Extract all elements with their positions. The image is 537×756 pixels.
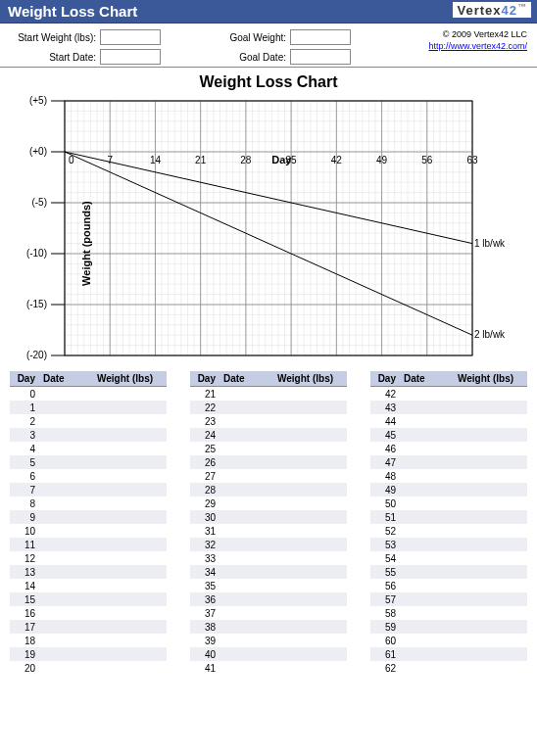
table-row[interactable]: 27	[190, 469, 347, 483]
goal-weight-input[interactable]	[290, 29, 351, 45]
table-row[interactable]: 11	[10, 538, 167, 551]
table-row[interactable]: 18	[10, 634, 167, 647]
table-row[interactable]: 16	[10, 606, 167, 620]
table-row[interactable]: 7	[10, 483, 167, 496]
table-row[interactable]: 52	[370, 524, 527, 538]
table-row[interactable]: 22	[190, 401, 347, 414]
table-row[interactable]: 57	[370, 592, 527, 606]
table-row[interactable]: 38	[190, 620, 347, 634]
cell-weight	[93, 433, 167, 437]
col-header-weight: Weight (lbs)	[454, 371, 527, 386]
table-row[interactable]: 10	[10, 524, 167, 538]
table-row[interactable]: 0	[10, 387, 167, 401]
cell-weight	[454, 433, 527, 437]
table-row[interactable]: 5	[10, 455, 167, 469]
table-row[interactable]: 34	[190, 565, 347, 579]
cell-weight	[273, 652, 347, 656]
table-row[interactable]: 21	[190, 387, 347, 401]
cell-day: 30	[190, 510, 220, 525]
table-row[interactable]: 36	[190, 592, 347, 606]
table-row[interactable]: 39	[190, 634, 347, 647]
table-row[interactable]: 54	[370, 551, 527, 565]
table-row[interactable]: 6	[10, 469, 167, 483]
cell-day: 0	[10, 387, 39, 402]
table-row[interactable]: 9	[10, 510, 167, 524]
cell-weight	[93, 515, 167, 519]
cell-weight	[273, 460, 347, 464]
goal-date-input[interactable]	[290, 49, 351, 65]
table-row[interactable]: 26	[190, 455, 347, 469]
cell-date	[400, 419, 454, 423]
table-row[interactable]: 33	[190, 551, 347, 565]
table-row[interactable]: 8	[10, 496, 167, 510]
table-row[interactable]: 2	[10, 414, 167, 428]
table-row[interactable]: 29	[190, 496, 347, 510]
table-row[interactable]: 35	[190, 579, 347, 592]
cell-day: 18	[10, 634, 39, 648]
cell-date	[400, 515, 454, 519]
table-row[interactable]: 49	[370, 483, 527, 496]
table-row[interactable]: 53	[370, 538, 527, 551]
table-row[interactable]: 61	[370, 647, 527, 661]
table-row[interactable]: 24	[190, 428, 347, 442]
table-row[interactable]: 43	[370, 401, 527, 414]
cell-date	[400, 570, 454, 574]
table-row[interactable]: 42	[370, 387, 527, 401]
cell-day: 48	[370, 469, 400, 484]
table-row[interactable]: 50	[370, 496, 527, 510]
cell-date	[220, 515, 273, 519]
cell-date	[400, 405, 454, 409]
cell-weight	[273, 597, 347, 601]
table-row[interactable]: 30	[190, 510, 347, 524]
table-row[interactable]: 45	[370, 428, 527, 442]
table-row[interactable]: 56	[370, 579, 527, 592]
table-row[interactable]: 48	[370, 469, 527, 483]
table-row[interactable]: 28	[190, 483, 347, 496]
cell-date	[400, 529, 454, 533]
cell-date	[39, 392, 93, 396]
svg-text:56: 56	[421, 155, 433, 165]
start-date-input[interactable]	[100, 49, 161, 65]
cell-weight	[273, 556, 347, 560]
cell-day: 6	[10, 469, 39, 484]
cell-weight	[93, 488, 167, 492]
table-row[interactable]: 41	[190, 661, 347, 675]
table-row[interactable]: 19	[10, 647, 167, 661]
table-row[interactable]: 47	[370, 455, 527, 469]
table-row[interactable]: 46	[370, 442, 527, 455]
table-row[interactable]: 58	[370, 606, 527, 620]
table-row[interactable]: 20	[10, 661, 167, 675]
table-row[interactable]: 25	[190, 442, 347, 455]
cell-date	[220, 543, 273, 546]
table-row[interactable]: 1	[10, 401, 167, 414]
table-row[interactable]: 4	[10, 442, 167, 455]
table-row[interactable]: 44	[370, 414, 527, 428]
table-row[interactable]: 32	[190, 538, 347, 551]
table-row[interactable]: 15	[10, 592, 167, 606]
start-weight-input[interactable]	[100, 29, 161, 45]
cell-weight	[454, 405, 527, 409]
table-row[interactable]: 12	[10, 551, 167, 565]
cell-day: 56	[370, 579, 400, 593]
cell-date	[39, 611, 93, 615]
cell-day: 28	[190, 483, 220, 497]
vertex42-link[interactable]: http://www.vertex42.com/	[428, 41, 527, 51]
table-row[interactable]: 62	[370, 661, 527, 675]
table-row[interactable]: 60	[370, 634, 527, 647]
cell-date	[400, 652, 454, 656]
table-row[interactable]: 40	[190, 647, 347, 661]
table-row[interactable]: 14	[10, 579, 167, 592]
table-row[interactable]: 59	[370, 620, 527, 634]
cell-day: 3	[10, 428, 39, 443]
table-row[interactable]: 31	[190, 524, 347, 538]
table-row[interactable]: 13	[10, 565, 167, 579]
table-row[interactable]: 51	[370, 510, 527, 524]
cell-weight	[454, 570, 527, 574]
table-row[interactable]: 3	[10, 428, 167, 442]
table-row[interactable]: 17	[10, 620, 167, 634]
cell-date	[39, 474, 93, 478]
cell-day: 47	[370, 455, 400, 470]
table-row[interactable]: 23	[190, 414, 347, 428]
table-row[interactable]: 37	[190, 606, 347, 620]
table-row[interactable]: 55	[370, 565, 527, 579]
